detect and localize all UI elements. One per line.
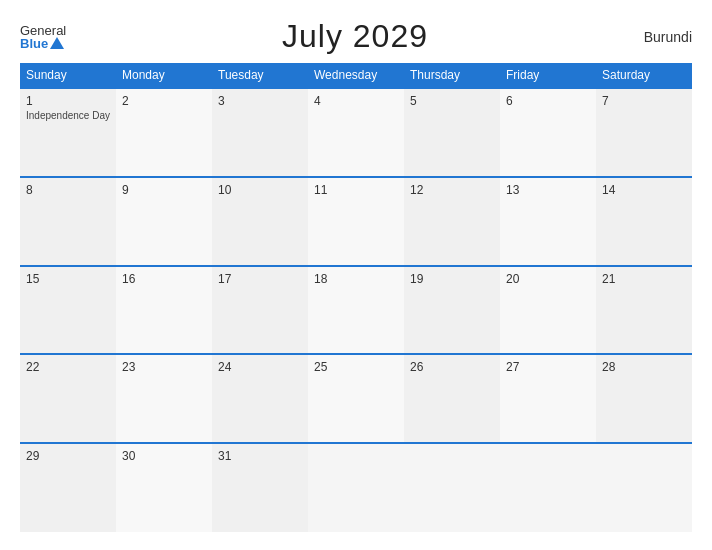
day-number: 4 [314,94,398,108]
day-number: 24 [218,360,302,374]
day-header-wednesday: Wednesday [308,63,404,88]
day-number: 19 [410,272,494,286]
day-header-tuesday: Tuesday [212,63,308,88]
day-cell [404,443,500,532]
day-header-friday: Friday [500,63,596,88]
day-cell: 2 [116,88,212,177]
week-row-1: 891011121314 [20,177,692,266]
days-of-week-row: Sunday Monday Tuesday Wednesday Thursday… [20,63,692,88]
day-cell: 17 [212,266,308,355]
day-number: 30 [122,449,206,463]
day-cell: 6 [500,88,596,177]
day-cell: 5 [404,88,500,177]
day-cell: 21 [596,266,692,355]
day-cell [308,443,404,532]
day-cell: 25 [308,354,404,443]
logo-blue-text: Blue [20,37,64,50]
day-number: 11 [314,183,398,197]
calendar-title: July 2029 [282,18,428,55]
day-number: 2 [122,94,206,108]
day-number: 29 [26,449,110,463]
day-number: 8 [26,183,110,197]
day-number: 7 [602,94,686,108]
week-row-2: 15161718192021 [20,266,692,355]
holiday-label: Independence Day [26,110,110,121]
day-cell: 30 [116,443,212,532]
day-number: 26 [410,360,494,374]
day-cell: 27 [500,354,596,443]
day-number: 10 [218,183,302,197]
day-number: 13 [506,183,590,197]
day-cell: 3 [212,88,308,177]
day-number: 31 [218,449,302,463]
day-number: 15 [26,272,110,286]
day-number: 14 [602,183,686,197]
calendar-page: General Blue July 2029 Burundi Sunday Mo… [0,0,712,550]
day-number: 5 [410,94,494,108]
day-cell: 11 [308,177,404,266]
day-cell: 19 [404,266,500,355]
day-cell: 12 [404,177,500,266]
day-cell: 29 [20,443,116,532]
logo: General Blue [20,24,66,50]
day-cell: 31 [212,443,308,532]
day-number: 6 [506,94,590,108]
day-cell: 7 [596,88,692,177]
day-cell: 28 [596,354,692,443]
day-cell: 26 [404,354,500,443]
day-number: 22 [26,360,110,374]
day-cell: 24 [212,354,308,443]
day-cell: 8 [20,177,116,266]
calendar-body: 1Independence Day23456789101112131415161… [20,88,692,532]
day-cell: 9 [116,177,212,266]
day-number: 12 [410,183,494,197]
day-number: 27 [506,360,590,374]
day-number: 9 [122,183,206,197]
day-header-sunday: Sunday [20,63,116,88]
day-cell: 23 [116,354,212,443]
day-cell: 4 [308,88,404,177]
day-number: 20 [506,272,590,286]
day-cell [500,443,596,532]
calendar-header-row: Sunday Monday Tuesday Wednesday Thursday… [20,63,692,88]
day-cell: 14 [596,177,692,266]
day-cell: 20 [500,266,596,355]
day-cell: 22 [20,354,116,443]
day-number: 1 [26,94,110,108]
day-cell: 15 [20,266,116,355]
day-cell: 1Independence Day [20,88,116,177]
day-number: 18 [314,272,398,286]
day-number: 17 [218,272,302,286]
logo-triangle-icon [50,37,64,49]
day-cell: 18 [308,266,404,355]
week-row-0: 1Independence Day234567 [20,88,692,177]
calendar-table: Sunday Monday Tuesday Wednesday Thursday… [20,63,692,532]
day-cell: 16 [116,266,212,355]
week-row-4: 293031 [20,443,692,532]
logo-general-text: General [20,24,66,37]
day-number: 25 [314,360,398,374]
day-number: 3 [218,94,302,108]
day-number: 16 [122,272,206,286]
day-cell: 13 [500,177,596,266]
day-number: 21 [602,272,686,286]
day-number: 23 [122,360,206,374]
day-cell [596,443,692,532]
week-row-3: 22232425262728 [20,354,692,443]
country-label: Burundi [644,29,692,45]
day-header-monday: Monday [116,63,212,88]
day-header-saturday: Saturday [596,63,692,88]
calendar-header: General Blue July 2029 Burundi [20,18,692,55]
day-header-thursday: Thursday [404,63,500,88]
day-number: 28 [602,360,686,374]
day-cell: 10 [212,177,308,266]
